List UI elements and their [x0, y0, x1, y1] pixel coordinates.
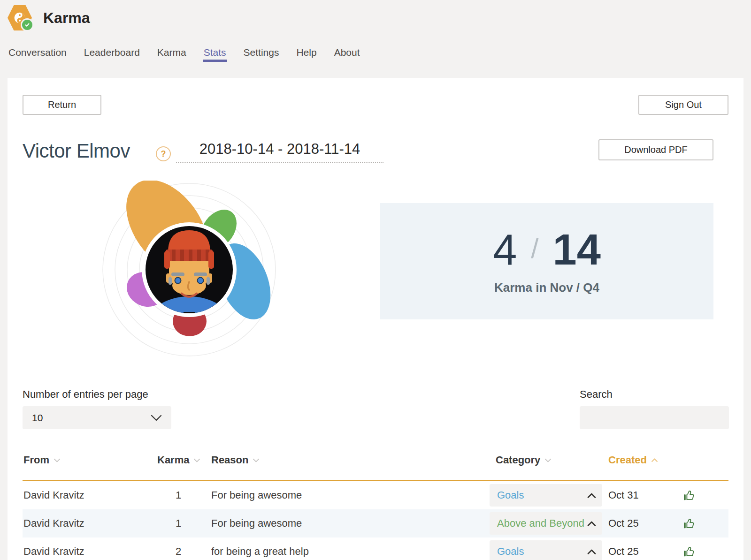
app-logo	[8, 5, 32, 30]
thumbs-up-icon	[682, 545, 696, 559]
karma-month-value: 4	[493, 228, 517, 271]
table-row: David Kravitz 1 For being awesome Above …	[23, 509, 728, 537]
table-header-row: From Karma Reason Category Created	[8, 454, 743, 468]
chevron-down-icon	[151, 415, 162, 421]
category-value: Above and Beyond	[497, 517, 584, 530]
sign-out-button[interactable]: Sign Out	[638, 95, 728, 115]
header-label: Karma	[157, 454, 189, 466]
table-row: David Kravitz 1 For being awesome Goals …	[23, 481, 728, 509]
sort-header-from[interactable]: From	[23, 454, 61, 466]
like-button[interactable]	[682, 545, 697, 560]
row-reason: For being awesome	[211, 481, 302, 509]
nav-tab-label: Stats	[204, 47, 226, 58]
header-label: Reason	[211, 454, 248, 466]
nav-tab[interactable]: Help	[295, 46, 317, 64]
row-karma: 2	[159, 537, 198, 560]
karma-summary-caption: Karma in Nov / Q4	[494, 280, 599, 295]
category-select[interactable]: Goals	[490, 540, 602, 560]
nav-tab[interactable]: Stats	[203, 46, 227, 62]
row-from: David Kravitz	[23, 481, 84, 509]
app-title: Karma	[43, 9, 90, 27]
thumbs-up-icon	[682, 488, 696, 502]
chevron-down-icon	[54, 458, 61, 462]
nav-tab[interactable]: Karma	[156, 46, 187, 64]
sort-header-karma[interactable]: Karma	[157, 454, 200, 466]
row-karma: 1	[159, 509, 198, 537]
like-button[interactable]	[682, 488, 697, 503]
sort-header-category[interactable]: Category	[496, 454, 552, 466]
thumbs-up-icon	[682, 516, 696, 530]
like-button[interactable]	[682, 516, 697, 531]
entries-per-page-label: Number of entries per page	[23, 388, 148, 401]
category-select[interactable]: Goals	[490, 484, 602, 507]
chevron-up-icon	[587, 521, 596, 526]
search-label: Search	[580, 388, 613, 401]
search-input[interactable]	[580, 406, 729, 429]
category-select[interactable]: Above and Beyond	[490, 512, 602, 535]
nav-tab-label: Help	[296, 47, 316, 58]
chevron-down-icon	[544, 458, 552, 462]
nav-tab[interactable]: Leaderboard	[83, 46, 141, 64]
nav-tab-label: Leaderboard	[84, 47, 140, 58]
row-from: David Kravitz	[23, 509, 84, 537]
nav-tab-label: About	[334, 47, 360, 58]
profile-avatar	[98, 181, 281, 363]
karma-quarter-value: 14	[552, 228, 600, 271]
nav-tab[interactable]: Conversation	[8, 46, 68, 64]
profile-name: Victor Elmov	[23, 140, 130, 162]
nav-tab-label: Karma	[157, 47, 186, 58]
row-created: Oct 25	[608, 509, 639, 537]
chevron-up-icon	[651, 458, 658, 462]
karma-score-line: 4 / 14	[493, 228, 601, 271]
category-value: Goals	[497, 545, 524, 558]
help-icon[interactable]: ?	[156, 146, 171, 161]
score-divider: /	[531, 235, 538, 262]
chevron-up-icon	[587, 493, 596, 498]
category-value: Goals	[497, 489, 524, 501]
header-label: Category	[496, 454, 540, 466]
chevron-up-icon	[587, 549, 596, 554]
download-pdf-button[interactable]: Download PDF	[598, 139, 713, 160]
row-from: David Kravitz	[23, 537, 84, 560]
nav-tab-label: Conversation	[8, 47, 67, 58]
entries-per-page-select[interactable]: 10	[23, 406, 171, 429]
chevron-down-icon	[253, 458, 260, 462]
return-button[interactable]: Return	[23, 95, 101, 115]
entries-per-page-value: 10	[32, 412, 43, 424]
sort-header-reason[interactable]: Reason	[211, 454, 260, 466]
nav-tab-label: Settings	[244, 47, 279, 58]
header-label: Created	[608, 454, 647, 466]
row-created: Oct 25	[608, 537, 639, 560]
table-body: David Kravitz 1 For being awesome Goals …	[23, 480, 728, 560]
app-header: Karma Conversation Leaderboard Karma Sta…	[0, 0, 751, 78]
row-created: Oct 31	[608, 481, 639, 509]
nav-tabs: Conversation Leaderboard Karma Stats Set…	[0, 46, 751, 64]
main-content-card: Return Sign Out Download PDF Victor Elmo…	[8, 78, 743, 560]
row-reason: For being awesome	[211, 509, 302, 537]
verified-badge-icon	[21, 18, 34, 31]
chevron-down-icon	[193, 458, 200, 462]
header-label: From	[23, 454, 49, 466]
nav-tab[interactable]: About	[333, 46, 361, 64]
row-reason: for being a great help	[211, 537, 309, 560]
table-row: David Kravitz 2 for being a great help G…	[23, 537, 728, 560]
karma-summary-panel: 4 / 14 Karma in Nov / Q4	[380, 203, 713, 319]
sort-header-created[interactable]: Created	[608, 454, 658, 466]
date-range-picker[interactable]: 2018-10-14 - 2018-11-14	[176, 141, 383, 163]
nav-tab[interactable]: Settings	[243, 46, 280, 64]
row-karma: 1	[159, 481, 198, 509]
